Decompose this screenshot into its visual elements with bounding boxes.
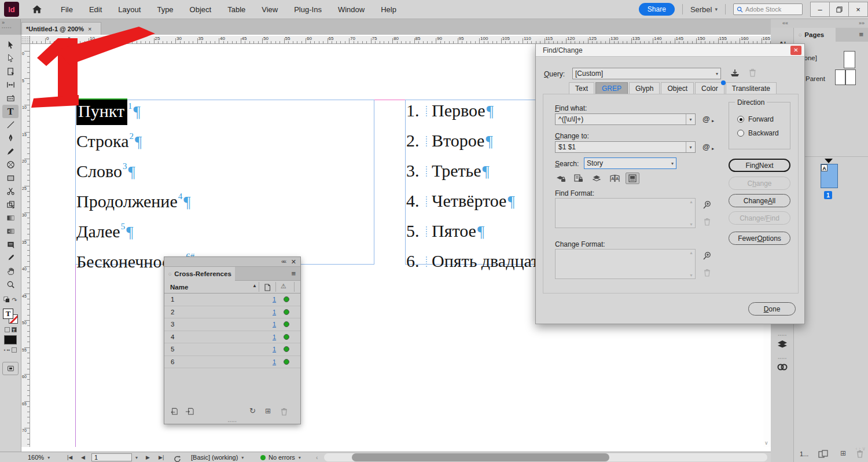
find-format-box[interactable]: ▲ ▼: [555, 198, 696, 228]
crossref-page-link[interactable]: 1: [273, 333, 276, 340]
paragraph[interactable]: Продолжение4¶: [76, 192, 190, 210]
new-page-icon[interactable]: ⊞: [840, 449, 846, 457]
eyedropper-tool[interactable]: [2, 251, 19, 265]
collapsed-panel-strip[interactable]: »▪▪▪▪▪: [0, 19, 21, 35]
paragraph[interactable]: Далее5¶: [76, 222, 133, 240]
panel-resize-grip[interactable]: ▪▪▪▪▪: [228, 420, 237, 423]
formatting-affects-container-toggle[interactable]: [5, 327, 10, 332]
change-all-button[interactable]: Change All: [729, 194, 790, 207]
update-crossrefs-icon[interactable]: ↻: [249, 406, 256, 415]
list-header[interactable]: Name ▲ ⚠: [164, 281, 300, 294]
story-scope-icon[interactable]: [626, 173, 639, 184]
panel-cycle-icon[interactable]: ◌: [799, 32, 801, 38]
horizontal-scrollbar-thumb[interactable]: [352, 453, 609, 461]
page-1-thumbnail[interactable]: A: [821, 164, 838, 188]
close-panel-icon[interactable]: ✕: [291, 258, 296, 266]
workspace-switcher[interactable]: Serbel: [690, 5, 712, 14]
delete-crossref-icon[interactable]: [281, 408, 288, 416]
first-page-button[interactable]: |◀: [67, 452, 72, 462]
menu-item[interactable]: Table: [219, 0, 253, 19]
document-tab[interactable]: *Untitled-1 @ 200% ×: [21, 22, 101, 35]
preflight-menu-icon[interactable]: [174, 454, 181, 462]
free-transform-tool[interactable]: [2, 198, 19, 211]
panel-menu-icon[interactable]: ≡: [291, 269, 296, 278]
tab-close-icon[interactable]: ×: [88, 25, 91, 32]
menu-item[interactable]: Plug-Ins: [286, 0, 330, 19]
swap-arrow-icon[interactable]: ↷: [12, 296, 17, 304]
find-next-button[interactable]: Find Next: [729, 159, 790, 172]
default-fill-stroke-icon[interactable]: [3, 295, 10, 305]
close-window-button[interactable]: ×: [848, 2, 868, 17]
apply-none-row[interactable]: ▪ ▪▪: [4, 347, 17, 353]
panel-cycle-icon[interactable]: ◌: [168, 271, 171, 277]
chevron-down-icon[interactable]: ▾: [686, 142, 695, 152]
vertical-ruler[interactable]: 0510152025303540455055606570: [21, 44, 30, 447]
menu-item[interactable]: Layout: [110, 0, 149, 19]
save-query-icon[interactable]: [730, 69, 740, 78]
apply-color-swatch[interactable]: [4, 335, 17, 344]
paragraph[interactable]: Пункт1¶: [76, 102, 141, 120]
cross-reference-row[interactable]: 1 1: [164, 294, 300, 306]
crossref-page-link[interactable]: 1: [273, 346, 276, 353]
cross-reference-row[interactable]: 5 1: [164, 343, 300, 356]
list-paragraph[interactable]: 2.Второе¶: [406, 132, 493, 149]
list-paragraph[interactable]: 3.Третье¶: [406, 162, 490, 179]
menu-item[interactable]: Window: [330, 0, 373, 19]
list-paragraph[interactable]: 1.Первое¶: [406, 102, 494, 119]
done-button[interactable]: Done: [748, 302, 796, 316]
specify-find-format-icon[interactable]: [703, 200, 712, 210]
tab-pages[interactable]: ◌ Pages: [794, 28, 836, 42]
change-special-chars-button[interactable]: @: [703, 142, 710, 151]
fewer-options-button[interactable]: Fewer Options: [729, 232, 790, 245]
paragraph[interactable]: Слово3¶: [76, 162, 135, 180]
paragraph[interactable]: Строка2¶: [76, 132, 142, 150]
change-to-input[interactable]: $1 $1 ▾: [555, 141, 696, 153]
chevron-down-icon[interactable]: ▾: [686, 114, 695, 124]
fill-proxy-text[interactable]: T: [3, 309, 13, 319]
layers-panel-icon[interactable]: [777, 339, 788, 350]
clear-change-format-icon[interactable]: [704, 269, 711, 277]
gradient-swatch-tool[interactable]: [2, 211, 19, 225]
direction-backward-radio[interactable]: Backward: [737, 129, 779, 137]
indesign-logo-icon[interactable]: Id: [4, 2, 19, 17]
share-button[interactable]: Share: [639, 3, 675, 16]
direction-forward-radio[interactable]: Forward: [737, 115, 774, 123]
note-tool[interactable]: [2, 238, 19, 251]
menu-item[interactable]: Help: [373, 0, 404, 19]
expand-dock-icon[interactable]: »»: [859, 20, 865, 26]
search-scope-dropdown[interactable]: Story▾: [584, 157, 676, 169]
scroll-down-icon[interactable]: ∨: [764, 440, 768, 446]
change-find-button[interactable]: Change/Find: [729, 211, 790, 225]
next-page-button[interactable]: ▶: [146, 452, 150, 462]
zoom-level-dropdown[interactable]: 160% ▾: [28, 452, 50, 462]
adobe-stock-search[interactable]: Adobe Stock: [733, 3, 803, 15]
menu-item[interactable]: Type: [149, 0, 181, 19]
list-paragraph[interactable]: 6.Опять двадцать¶: [406, 252, 555, 270]
scissors-tool[interactable]: [2, 185, 19, 198]
include-locked-layers-icon[interactable]: [554, 173, 568, 184]
ruler-origin-box[interactable]: [21, 36, 30, 44]
menu-item[interactable]: View: [253, 0, 286, 19]
goto-source-icon[interactable]: [170, 408, 179, 416]
include-locked-stories-icon[interactable]: [572, 173, 586, 184]
find-special-chars-button[interactable]: @: [703, 115, 710, 123]
dialog-title-bar[interactable]: Find/Change ✕: [536, 44, 804, 57]
new-crossref-icon[interactable]: ⊞: [265, 407, 271, 415]
rectangle-tool[interactable]: [2, 171, 19, 185]
find-change-tab[interactable]: Text: [569, 82, 594, 94]
page-tool[interactable]: [2, 65, 19, 78]
selection-tool[interactable]: [2, 38, 19, 52]
fill-stroke-proxy[interactable]: T: [3, 309, 18, 324]
delete-page-icon[interactable]: [856, 450, 863, 458]
page-number-badge[interactable]: 1: [824, 191, 832, 199]
swap-fill-stroke[interactable]: ↷: [3, 295, 17, 305]
find-change-tab[interactable]: Transliterate: [726, 82, 777, 94]
master-none-thumbnail[interactable]: [844, 51, 855, 68]
crossref-page-link[interactable]: 1: [273, 296, 276, 303]
crossref-page-link[interactable]: 1: [273, 309, 276, 316]
list-paragraph[interactable]: 5.Пятое¶: [406, 222, 484, 240]
scroll-left-icon[interactable]: ‹: [316, 452, 318, 462]
change-button[interactable]: Change: [729, 177, 790, 190]
find-change-tab[interactable]: GREP: [595, 82, 628, 94]
collapse-dock-icon[interactable]: ««: [782, 20, 788, 26]
